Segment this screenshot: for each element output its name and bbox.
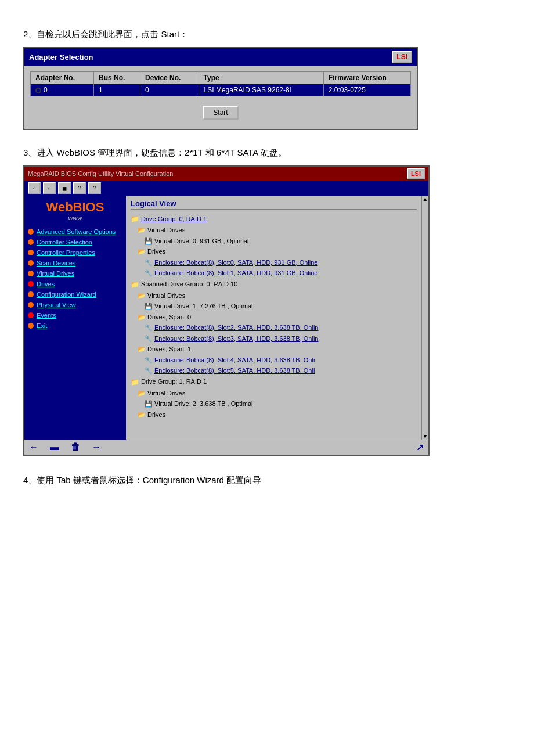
- toolbar-back[interactable]: ←: [43, 182, 56, 194]
- hdd-icon-vd1: 💾: [145, 301, 153, 311]
- firmware-cell: 2.0:03-0725: [323, 84, 410, 96]
- tree-item-drives-g0: 📂 Drives: [131, 246, 417, 257]
- adapter-table: Adapter No. Bus No. Device No. Type Firm…: [30, 71, 411, 96]
- toolbar-refresh[interactable]: ◼: [58, 182, 71, 194]
- adapter-no-cell: 0: [31, 84, 94, 96]
- nav-left[interactable]: ←: [29, 442, 38, 453]
- sidebar-link-physical-view: Physical View: [37, 301, 76, 308]
- webbios-toolbar: ⌂ ← ◼ ? ?: [24, 181, 428, 196]
- lsi-logo-webbios: LSI: [407, 168, 425, 179]
- webbios-main-area: Logical View 📁 Drive Group: 0, RAID 1 📂 …: [126, 196, 428, 440]
- tree-item-sdg0: 📁 Spanned Drive Group: 0, RAID 10: [131, 279, 417, 290]
- start-btn-row: Start: [30, 102, 411, 123]
- hdd-icon-slot3: 🔧: [145, 334, 153, 344]
- lsi-logo-adapter: LSI: [392, 51, 412, 63]
- nav-corner[interactable]: ↗: [416, 442, 424, 453]
- toolbar-home[interactable]: ⌂: [28, 182, 41, 194]
- scroll-up-btn[interactable]: ▲: [423, 196, 428, 202]
- sidebar-item-controller-selection[interactable]: Controller Selection: [28, 239, 122, 246]
- webbios-body: WebBIOS www Advanced Software Options Co…: [24, 196, 428, 440]
- scrollbar[interactable]: ▲ ▼: [421, 196, 428, 440]
- tree-item-vd-g1: 📂 Virtual Drives: [131, 388, 417, 399]
- toolbar-help2[interactable]: ?: [88, 182, 101, 194]
- sidebar-item-physical-view[interactable]: Physical View: [28, 301, 122, 308]
- toolbar-help1[interactable]: ?: [73, 182, 86, 194]
- sidebar-dot-controller-properties: [28, 250, 34, 255]
- adapter-content: Adapter No. Bus No. Device No. Type Firm…: [24, 66, 417, 129]
- webbios-logo-sub: www: [28, 214, 122, 221]
- col-type: Type: [199, 72, 323, 84]
- tree-item-vd1: 💾 Virtual Drive: 1, 7.276 TB , Optimal: [131, 301, 417, 312]
- tree-item-dg0: 📁 Drive Group: 0, RAID 1: [131, 213, 417, 225]
- tree-text-drives-g1: Drives: [147, 410, 165, 420]
- adapter-selection-screenshot: Adapter Selection LSI Adapter No. Bus No…: [23, 47, 418, 130]
- folder-icon-vd-g1: 📂: [138, 388, 146, 398]
- sidebar-item-virtual-drives[interactable]: Virtual Drives: [28, 270, 122, 277]
- sidebar-item-advanced[interactable]: Advanced Software Options: [28, 228, 122, 235]
- tree-text-vd-sdg0: Virtual Drives: [147, 291, 185, 301]
- webbios-bottom-bar: ← ▬ 🗑 → ↗: [24, 440, 428, 455]
- tree-item-drives-g1: 📂 Drives: [131, 409, 417, 420]
- sidebar-item-events[interactable]: Events: [28, 312, 122, 319]
- tree-link-enc-slot3[interactable]: Enclosure: Bobcat(8), Slot:3, SATA, HDD,…: [154, 334, 318, 344]
- sidebar-item-scan-devices[interactable]: Scan Devices: [28, 260, 122, 267]
- section3-label: 3、进入 WebBIOS 管理界面，硬盘信息：2*1T 和 6*4T SATA …: [23, 147, 511, 159]
- tree-item-vd-group0: 📂 Virtual Drives: [131, 225, 417, 236]
- device-no-cell: 0: [140, 84, 199, 96]
- sidebar-dot-drives: [28, 281, 34, 287]
- sidebar-link-drives: Drives: [37, 280, 55, 287]
- nav-right[interactable]: →: [92, 442, 101, 453]
- webbios-logo-text: WebBIOS: [28, 200, 122, 214]
- tree-text-vd1: Virtual Drive: 1, 7.276 TB , Optimal: [154, 301, 253, 311]
- radio-selected: [35, 88, 41, 93]
- tree-item-vd2: 💾 Virtual Drive: 2, 3.638 TB , Optimal: [131, 398, 417, 409]
- type-cell: LSI MegaRAID SAS 9262-8i: [199, 84, 323, 96]
- sidebar-dot-exit: [28, 323, 34, 329]
- sidebar-link-virtual-drives: Virtual Drives: [37, 270, 74, 277]
- hdd-icon-slot0: 🔧: [145, 258, 153, 268]
- sidebar-link-config-wizard: Configuration Wizard: [37, 291, 96, 298]
- adapter-row[interactable]: 0 1 0 LSI MegaRAID SAS 9262-8i 2.0:03-07…: [31, 84, 411, 96]
- col-firmware: Firmware Version: [323, 72, 410, 84]
- sidebar-dot-scan-devices: [28, 260, 34, 266]
- tree-link-enc-slot2[interactable]: Enclosure: Bobcat(8), Slot:2, SATA, HDD,…: [154, 323, 318, 333]
- nav-delete[interactable]: 🗑: [71, 442, 80, 453]
- folder-icon-drives-g1: 📂: [138, 410, 146, 420]
- sidebar-item-controller-properties[interactable]: Controller Properties: [28, 249, 122, 256]
- tree-text-drives-g0: Drives: [147, 247, 165, 257]
- scroll-down-btn[interactable]: ▼: [423, 433, 428, 440]
- folder-icon-dg1: 📁: [131, 377, 139, 387]
- tree-item-enc-slot3: 🔧 Enclosure: Bobcat(8), Slot:3, SATA, HD…: [131, 333, 417, 344]
- sidebar-link-advanced: Advanced Software Options: [37, 228, 116, 235]
- nav-middle1[interactable]: ▬: [50, 442, 59, 453]
- sidebar-item-config-wizard[interactable]: Configuration Wizard: [28, 291, 122, 298]
- hdd-icon-slot2: 🔧: [145, 323, 153, 333]
- folder-icon-dg0: 📁: [131, 214, 139, 224]
- tree-item-drives-span0: 📂 Drives, Span: 0: [131, 312, 417, 323]
- webbios-title-text: MegaRAID BIOS Config Utility Virtual Con…: [28, 170, 173, 177]
- webbios-sidebar: WebBIOS www Advanced Software Options Co…: [24, 196, 126, 440]
- webbios-logo: WebBIOS www: [28, 200, 122, 221]
- start-button[interactable]: Start: [203, 106, 238, 120]
- col-device-no: Device No.: [140, 72, 199, 84]
- tree-link-enc-slot5[interactable]: Enclosure: Bobcat(8), Slot:5, SATA, HDD,…: [154, 366, 315, 376]
- tree-link-enc-slot4[interactable]: Enclosure: Bobcat(8), Slot:4, SATA, HDD,…: [154, 355, 315, 365]
- tree-item-enc-slot4: 🔧 Enclosure: Bobcat(8), Slot:4, SATA, HD…: [131, 355, 417, 366]
- webbios-main: Logical View 📁 Drive Group: 0, RAID 1 📂 …: [126, 196, 421, 440]
- tree-link-enc-slot0[interactable]: Enclosure: Bobcat(8), Slot:0, SATA, HDD,…: [154, 258, 317, 268]
- col-bus-no: Bus No.: [94, 72, 140, 84]
- adapter-title-text: Adapter Selection: [29, 53, 93, 62]
- tree-link-enc-slot1[interactable]: Enclosure: Bobcat(8), Slot:1, SATA, HDD,…: [154, 268, 317, 278]
- tree-link-dg0[interactable]: Drive Group: 0, RAID 1: [141, 214, 207, 224]
- webbios-screenshot: MegaRAID BIOS Config Utility Virtual Con…: [23, 165, 430, 456]
- sidebar-item-exit[interactable]: Exit: [28, 322, 122, 329]
- sidebar-link-controller-selection: Controller Selection: [37, 239, 92, 246]
- logical-view-title: Logical View: [131, 199, 417, 210]
- sidebar-link-controller-properties: Controller Properties: [37, 249, 95, 256]
- sidebar-dot-physical-view: [28, 302, 34, 308]
- sidebar-dot-events: [28, 312, 34, 318]
- hdd-icon-vd0: 💾: [145, 236, 153, 246]
- tree-item-drives-span1: 📂 Drives, Span: 1: [131, 344, 417, 355]
- sidebar-item-drives[interactable]: Drives: [28, 280, 122, 287]
- logical-view-content: 📁 Drive Group: 0, RAID 1 📂 Virtual Drive…: [131, 213, 417, 420]
